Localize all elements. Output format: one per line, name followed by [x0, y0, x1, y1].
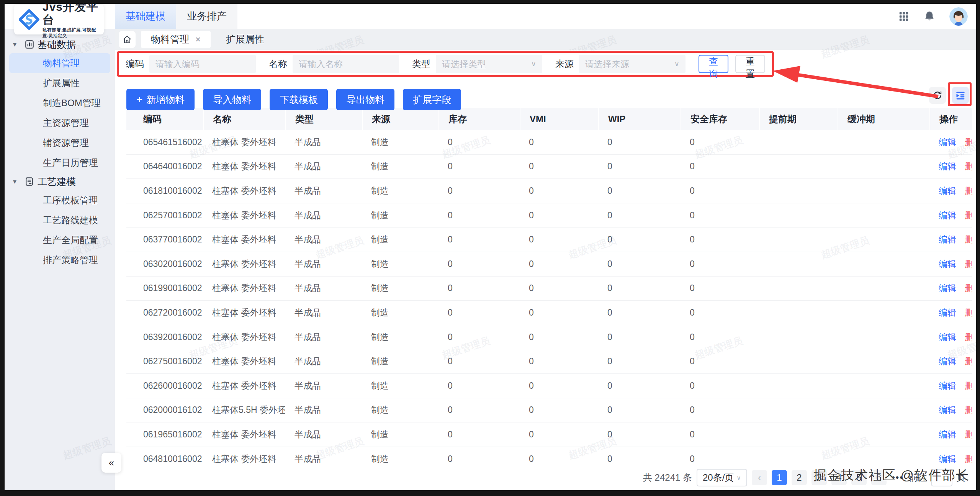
- delete-link[interactable]: 删除: [965, 380, 972, 392]
- reset-button[interactable]: 重置: [735, 55, 765, 73]
- page-button-3[interactable]: 3: [811, 470, 827, 485]
- filter-label-3: 来源: [555, 58, 574, 70]
- close-icon[interactable]: ×: [195, 34, 201, 45]
- toolbar: +新增物料导入物料下载模板导出物料扩展字段: [126, 89, 461, 110]
- delete-link[interactable]: 删除: [965, 258, 972, 270]
- edit-link[interactable]: 编辑: [939, 136, 956, 148]
- table-row: 061965016002柱塞体 委外坯料半成品制造0000编辑删除: [126, 422, 972, 447]
- filter-input-0[interactable]: [149, 55, 256, 73]
- top-nav-tab-1[interactable]: 业务排产: [176, 4, 237, 29]
- page-tab-1[interactable]: 扩展属性: [216, 31, 274, 48]
- page-tab-0[interactable]: 物料管理×: [141, 31, 211, 48]
- delete-link[interactable]: 删除: [965, 210, 972, 221]
- delete-link[interactable]: 删除: [965, 355, 972, 367]
- page-button-1[interactable]: 1: [772, 470, 787, 485]
- sidebar-item-0-5[interactable]: 生产日历管理: [9, 153, 110, 173]
- cell-7: 0: [681, 349, 759, 373]
- page-ellipsis[interactable]: •••: [891, 472, 904, 483]
- delete-link[interactable]: 删除: [965, 282, 972, 294]
- sidebar-item-1-3[interactable]: 排产策略管理: [9, 250, 110, 270]
- table-row: 061810016002柱塞体 委外坯料半成品制造0000编辑删除: [126, 179, 972, 203]
- delete-link[interactable]: 删除: [965, 307, 972, 319]
- edit-link[interactable]: 编辑: [939, 429, 956, 440]
- sidebar-item-0-1[interactable]: 扩展属性: [9, 73, 110, 93]
- cell-7: 0: [681, 447, 759, 464]
- edit-link[interactable]: 编辑: [939, 160, 956, 172]
- cell-2: 半成品: [285, 349, 362, 373]
- cell-5: 0: [520, 422, 598, 447]
- header-cell-1: 名称: [203, 108, 285, 130]
- edit-link[interactable]: 编辑: [939, 234, 956, 246]
- sidebar-item-0-3[interactable]: 主资源管理: [9, 113, 110, 133]
- edit-link[interactable]: 编辑: [939, 331, 956, 343]
- cell-2: 半成品: [285, 325, 362, 349]
- header-cell-5: VMI: [520, 108, 598, 130]
- prev-page-button[interactable]: ‹: [752, 470, 767, 485]
- delete-link[interactable]: 删除: [965, 185, 972, 197]
- refresh-button[interactable]: [929, 87, 946, 104]
- filter-select-2[interactable]: 请选择类型∨: [436, 55, 542, 73]
- delete-link[interactable]: 删除: [965, 453, 972, 464]
- edit-link[interactable]: 编辑: [939, 210, 956, 221]
- main-content: 物料管理×扩展属性 编码名称类型请选择类型∨来源请选择来源∨ 查询 重置 +新增…: [115, 29, 976, 490]
- page-button-5[interactable]: 5: [851, 470, 867, 485]
- edit-link[interactable]: 编辑: [939, 380, 956, 392]
- sidebar-item-0-0[interactable]: 物料管理: [9, 53, 110, 73]
- delete-link[interactable]: 删除: [965, 404, 972, 416]
- toolbar-button-0[interactable]: +新增物料: [126, 89, 195, 110]
- sidebar-item-0-4[interactable]: 辅资源管理: [9, 133, 110, 153]
- delete-link[interactable]: 删除: [965, 331, 972, 343]
- delete-link[interactable]: 删除: [965, 160, 972, 172]
- cell-7: 0: [681, 325, 759, 349]
- toolbar-button-2[interactable]: 下载模板: [270, 89, 328, 110]
- edit-link[interactable]: 编辑: [939, 453, 956, 464]
- edit-link[interactable]: 编辑: [939, 307, 956, 319]
- edit-link[interactable]: 编辑: [939, 282, 956, 294]
- chevron-down-icon: ∨: [674, 60, 679, 68]
- edit-link[interactable]: 编辑: [939, 185, 956, 197]
- edit-link[interactable]: 编辑: [939, 258, 956, 270]
- edit-link[interactable]: 编辑: [939, 355, 956, 367]
- page-button-4[interactable]: 4: [831, 470, 847, 485]
- user-avatar[interactable]: [949, 7, 968, 26]
- filter-select-3[interactable]: 请选择来源∨: [579, 55, 686, 73]
- plus-icon: +: [136, 93, 142, 106]
- column-settings-button[interactable]: [952, 87, 969, 104]
- cell-9: [838, 374, 929, 398]
- filter-input-1[interactable]: [293, 55, 399, 73]
- notification-bell-icon[interactable]: [923, 10, 936, 23]
- sidebar-item-1-1[interactable]: 工艺路线建模: [9, 210, 110, 230]
- toolbar-button-4[interactable]: 扩展字段: [403, 89, 461, 110]
- page-size-select[interactable]: 20条/页 ∨: [697, 469, 747, 486]
- delete-link[interactable]: 删除: [965, 136, 972, 148]
- sidebar-collapse-button[interactable]: «: [101, 453, 121, 473]
- top-nav: 基础建模业务排产: [115, 4, 237, 29]
- cell-6: 0: [598, 447, 681, 464]
- delete-link[interactable]: 删除: [965, 234, 972, 246]
- delete-link[interactable]: 删除: [965, 429, 972, 440]
- table-row: 061990016002柱塞体 委外坯料半成品制造0000编辑删除: [126, 277, 972, 301]
- sidebar-group-1[interactable]: ▾工艺建模: [5, 173, 115, 190]
- cell-8: [759, 447, 838, 464]
- cell-6: 0: [598, 301, 681, 325]
- cell-1: 柱塞体 委外坯料: [203, 301, 285, 325]
- sidebar-item-1-0[interactable]: 工序模板管理: [9, 190, 110, 210]
- toolbar-button-1[interactable]: 导入物料: [203, 89, 261, 110]
- page-jump-input[interactable]: [931, 469, 952, 486]
- page-button-2[interactable]: 2: [792, 470, 807, 485]
- cell-9: [838, 422, 929, 447]
- row-actions: 编辑删除: [929, 349, 972, 373]
- sidebar-item-1-2[interactable]: 生产全局配置: [9, 230, 110, 250]
- query-button[interactable]: 查询: [699, 55, 728, 73]
- apps-grid-icon[interactable]: [898, 11, 910, 22]
- cell-3: 制造: [362, 349, 438, 373]
- edit-link[interactable]: 编辑: [939, 404, 956, 416]
- top-nav-tab-0[interactable]: 基础建模: [115, 4, 176, 29]
- brand-logo-card: Jvs开发平台 私有部署.集成扩展.可视配置.灵活定义: [14, 5, 104, 34]
- header-cell-9: 缓冲期: [838, 108, 929, 130]
- toolbar-button-3[interactable]: 导出物料: [336, 89, 394, 110]
- home-tab-button[interactable]: [119, 31, 136, 48]
- sidebar-item-0-2[interactable]: 制造BOM管理: [9, 93, 110, 113]
- cell-3: 制造: [362, 228, 438, 252]
- page-button-6[interactable]: 6: [871, 470, 887, 485]
